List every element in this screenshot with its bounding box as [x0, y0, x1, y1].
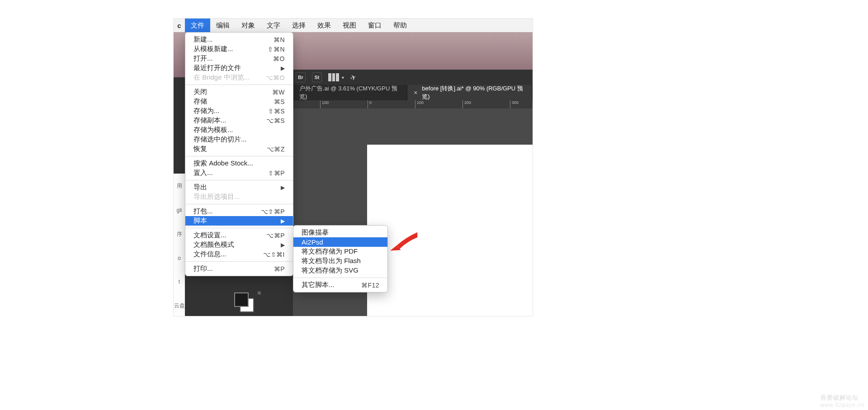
screenshot-container: c 文件 编辑 对象 文字 选择 效果 视图 窗口 帮助 Br St ▾ ✈ 户… — [173, 18, 533, 316]
menubar: c 文件 编辑 对象 文字 选择 效果 视图 窗口 帮助 — [174, 19, 533, 32]
arrange-caret-icon[interactable]: ▾ — [342, 75, 344, 80]
script-ai2psd[interactable]: Ai2Psd — [293, 237, 387, 247]
menu-save-slices[interactable]: 存储选中的切片... — [185, 135, 293, 144]
menu-save-template[interactable]: 存储为模板... — [185, 125, 293, 135]
ruler-tick: 200 — [462, 100, 471, 108]
bridge-chip[interactable]: Br — [296, 72, 306, 82]
menu-select[interactable]: 选择 — [286, 19, 311, 32]
stock-chip[interactable]: St — [312, 72, 322, 82]
left-panel-fragments: 用 gli 序 o t 云盘 — [174, 174, 185, 316]
menu-package[interactable]: 打包...⌥⇧⌘P — [185, 207, 293, 216]
menu-edit[interactable]: 编辑 — [210, 19, 236, 32]
menu-document-setup[interactable]: 文档设置...⌥⌘P — [185, 231, 293, 240]
script-export-flash[interactable]: 将文档导出为 Flash — [293, 256, 387, 266]
ruler-tick: 0 — [368, 100, 372, 108]
script-save-svg[interactable]: 将文档存储为 SVG — [293, 266, 387, 275]
menu-help[interactable]: 帮助 — [387, 19, 413, 32]
watermark: 吾爱破解论坛 www.52pojie.cn — [821, 394, 864, 408]
menu-file-info[interactable]: 文件信息...⌥⇧⌘I — [185, 250, 293, 259]
fill-stroke-swatch[interactable]: ⤭ — [228, 288, 264, 315]
menu-open[interactable]: 打开...⌘O — [185, 54, 293, 63]
menu-save-as[interactable]: 存储为...⇧⌘S — [185, 106, 293, 116]
options-bar: Br St ▾ ✈ — [293, 70, 533, 85]
ruler-tick: 100 — [415, 100, 424, 108]
menu-file[interactable]: 文件 — [185, 19, 210, 32]
menu-browse-bridge: 在 Bridge 中浏览...⌥⌘O — [185, 73, 293, 82]
menu-export[interactable]: 导出▶ — [185, 183, 293, 192]
script-image-trace[interactable]: 图像描摹 — [293, 228, 387, 237]
menu-view[interactable]: 视图 — [337, 19, 362, 32]
menu-export-selection: 导出所选项目... — [185, 192, 293, 202]
menu-print[interactable]: 打印...⌘P — [185, 264, 293, 273]
ruler-tick: 300 — [510, 100, 519, 108]
tab-close-icon[interactable]: × — [414, 89, 417, 96]
tab-label: 户外广告.ai @ 3.61% (CMYK/GPU 预览) — [299, 85, 401, 101]
script-other[interactable]: 其它脚本...⌘F12 — [293, 280, 387, 290]
horizontal-ruler: 100 0 100 200 300 — [293, 100, 533, 108]
menu-type[interactable]: 文字 — [261, 19, 286, 32]
menu-open-recent[interactable]: 最近打开的文件▶ — [185, 63, 293, 73]
file-dropdown-menu: 新建...⌘N 从模板新建...⇧⌘N 打开...⌘O 最近打开的文件▶ 在 B… — [185, 32, 293, 276]
document-tab-1[interactable]: 户外广告.ai @ 3.61% (CMYK/GPU 预览) — [293, 85, 407, 100]
menu-effect[interactable]: 效果 — [311, 19, 337, 32]
swap-colors-icon[interactable]: ⤭ — [257, 290, 261, 296]
menu-save-copy[interactable]: 存储副本...⌥⌘S — [185, 116, 293, 125]
document-tab-bar: 户外广告.ai @ 3.61% (CMYK/GPU 预览) × before [… — [293, 85, 533, 100]
script-save-pdf[interactable]: 将文档存储为 PDF — [293, 247, 387, 256]
menu-window[interactable]: 窗口 — [362, 19, 387, 32]
menu-revert[interactable]: 恢复⌥⌘Z — [185, 144, 293, 154]
menu-search-stock[interactable]: 搜索 Adobe Stock... — [185, 159, 293, 168]
arrange-icon[interactable] — [328, 73, 339, 81]
document-tab-2[interactable]: × before [转换].ai* @ 90% (RGB/GPU 预览) — [407, 85, 533, 100]
tab-label: before [转换].ai* @ 90% (RGB/GPU 预览) — [422, 85, 526, 101]
artboard — [367, 145, 533, 316]
gpu-rocket-icon[interactable]: ✈ — [349, 72, 358, 82]
menu-place[interactable]: 置入...⇧⌘P — [185, 168, 293, 178]
menu-save[interactable]: 存储⌘S — [185, 97, 293, 106]
fill-swatch[interactable] — [234, 292, 249, 307]
menu-new-from-template[interactable]: 从模板新建...⇧⌘N — [185, 44, 293, 54]
menu-close[interactable]: 关闭⌘W — [185, 87, 293, 97]
menu-color-mode[interactable]: 文档颜色模式▶ — [185, 240, 293, 250]
scripts-submenu: 图像描摹 Ai2Psd 将文档存储为 PDF 将文档导出为 Flash 将文档存… — [293, 225, 388, 292]
ruler-tick: 100 — [320, 100, 329, 108]
menu-new[interactable]: 新建...⌘N — [185, 35, 293, 44]
menu-scripts[interactable]: 脚本▶ — [185, 216, 293, 226]
app-hint: c — [174, 22, 185, 29]
menu-object[interactable]: 对象 — [236, 19, 261, 32]
